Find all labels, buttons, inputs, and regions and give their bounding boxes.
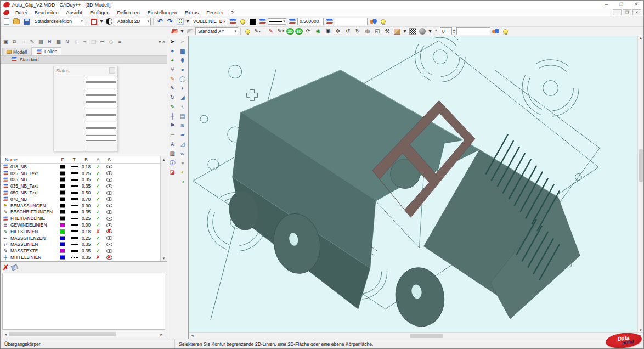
layer-width[interactable]: 0.00 [80,222,92,228]
text-edit-icon[interactable]: Ａ [168,139,177,149]
sphere-gray-icon[interactable]: ● [178,158,187,167]
sphere-duo-icon[interactable]: ◐ [178,167,187,177]
table-row[interactable]: ✓ [1,261,160,261]
group-icon[interactable] [492,27,500,36]
scroll-up-arrow[interactable]: ▲ [162,156,166,162]
col-t[interactable]: T [68,157,80,162]
pencil-icon[interactable]: ✎ [28,38,36,46]
layer-width-icon[interactable] [325,18,334,26]
solid-rings-icon[interactable]: ∞ [178,149,187,158]
layer-linetype[interactable] [71,211,78,213]
layer-color-swatch[interactable] [60,171,65,176]
color-bulb-icon[interactable] [238,18,247,26]
eye-icon[interactable] [106,217,112,221]
panel-scroll-thumb[interactable] [9,332,116,336]
layer-width[interactable]: 0.35 [80,241,92,247]
red-pen-icon[interactable]: ✎ [267,27,275,36]
mdi-close-button[interactable]: ✕ [632,9,641,15]
layer-color-icon[interactable] [258,18,267,26]
status-field[interactable] [86,109,116,115]
status-field[interactable] [86,122,116,128]
model-scene[interactable] [189,36,637,332]
eraser-tool-icon[interactable]: ◪ [168,167,177,177]
status-field[interactable] [86,89,116,95]
table-row[interactable]: 025_NB_Text0.25✓ [1,170,160,177]
panel-close-button[interactable]: ✕ [162,40,166,44]
delete-filter-button[interactable]: ✗ [3,263,9,272]
open-file-button[interactable] [12,18,21,26]
layer-linetype[interactable] [71,172,78,174]
view-dropdown[interactable]: Standard XY▾ [195,27,238,35]
layer-linetype[interactable] [71,250,78,252]
layer-active-flag[interactable]: ✓ [92,241,104,247]
menu-?[interactable]: ? [227,9,238,16]
layer-color-swatch[interactable] [60,242,65,246]
solid-gray-wedge-icon[interactable] [185,27,194,36]
viewport-vscroll-thumb[interactable] [639,149,643,182]
solid-half-icon[interactable]: ◗ [178,83,187,93]
tab-folien[interactable]: Folien [31,47,61,55]
layer-linetype[interactable] [71,244,78,245]
solid-stack-icon[interactable]: ≋ [178,121,187,130]
view-2d-button[interactable]: 2D [286,28,294,35]
message-listbox[interactable] [2,273,165,330]
spinner-field[interactable] [440,27,452,35]
eye-icon[interactable] [106,223,112,227]
panel-scroll-right-arrow[interactable]: ► [159,333,165,336]
layer-width[interactable]: 0.50 [80,190,92,195]
cube-grid-icon[interactable]: ⬚ [89,38,98,46]
eraser-button[interactable] [11,264,18,271]
eye-off-icon[interactable]: ✗ [106,229,112,233]
layer-table-header[interactable]: Name F T B A S [1,156,160,164]
select-arrow-icon[interactable]: ➤ [168,37,177,46]
redo-button[interactable]: ↷ [166,18,174,26]
edit-h-icon[interactable]: Ｈ [46,38,54,46]
layer-width[interactable]: 0.18 [80,164,92,170]
layer-color-swatch[interactable] [60,223,65,227]
eye-icon[interactable] [106,191,112,195]
line-width-field[interactable] [297,18,324,25]
pen-select-icon[interactable]: ✎▾ [253,27,262,36]
tree-root-standard[interactable]: Standard [1,56,167,64]
select-outline-icon[interactable]: ➢ [178,37,187,46]
minimize-button[interactable]: ─ [599,1,614,9]
table-row[interactable]: ┼MITTELLINIEN0.35✗✗ [1,254,160,261]
solid-box-icon[interactable]: ▆ [178,46,187,55]
eye-icon[interactable] [106,178,112,182]
tab-modell[interactable]: Modell [2,48,31,55]
layer-width[interactable]: 0.25 [80,216,92,221]
layer-linetype[interactable] [71,166,78,167]
layer-width[interactable]: 0.18 [80,229,92,234]
layer-linetype[interactable] [71,237,78,239]
layer-width[interactable]: 0.25 [80,235,92,241]
render-dropdown-arrow[interactable]: ▾ [428,27,432,36]
layer-active-flag[interactable]: ✓ [92,222,104,228]
layer-active-flag[interactable]: ✓ [92,196,104,202]
pen-e-icon[interactable]: ✎E [276,27,285,36]
layer-width[interactable]: 0.70 [80,196,92,202]
sphere-green-icon[interactable]: ◑ [178,177,187,186]
table-row[interactable]: ✎BESCHRIFTUNGEN0.35✓ [1,209,160,216]
sphere-blue-icon[interactable]: ● [168,46,177,55]
render-sphere-icon[interactable] [418,27,427,36]
layer-active-flag[interactable]: ✓ [92,177,104,182]
layer-color-swatch[interactable] [60,165,65,169]
status-field[interactable] [86,128,116,134]
status-field[interactable] [86,115,116,121]
viewport-hscroll-thumb[interactable] [410,334,443,338]
col-b[interactable]: B [80,157,92,162]
cross-icon[interactable]: ＋ [72,38,80,46]
layer-linetype[interactable] [71,198,78,200]
pan-icon[interactable]: ✥ [334,27,342,36]
menu-definieren[interactable]: Definieren [114,9,144,16]
mdi-restore-button[interactable]: ❐ [623,9,631,15]
info-icon[interactable]: ⓘ [168,158,177,167]
col-s[interactable]: S [104,157,115,162]
selection-mode-dropdown[interactable]: Standardselektion▾ [32,18,84,25]
corner-icon[interactable]: ¬ [81,38,89,46]
solid-cylinder-icon[interactable]: ⬮ [178,55,187,65]
lamp2-icon[interactable] [501,27,510,36]
coordinate-mode-dropdown[interactable]: Absolut 2D▾ [115,18,151,25]
folie-refresh-icon[interactable]: ◌ [19,38,27,46]
layer-color-swatch[interactable] [60,184,65,188]
